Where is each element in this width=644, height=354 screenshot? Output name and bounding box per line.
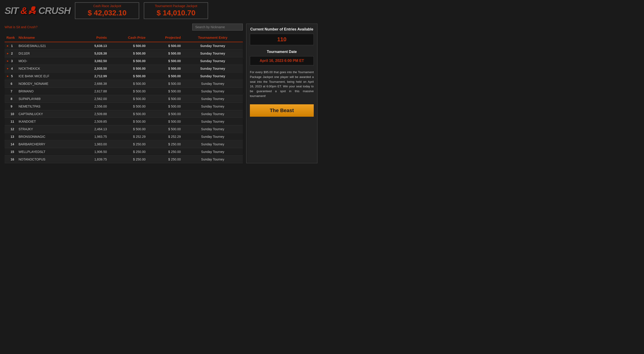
col-rank: Rank xyxy=(4,33,17,42)
tournament-entry-cell: Sunday Tourney xyxy=(182,72,243,80)
projected-cell: $ 500.00 xyxy=(148,95,182,103)
table-row: 6 NOBODY_NONAME 2,688.38 $ 500.00 $ 500.… xyxy=(4,80,243,88)
projected-cell: $ 252.29 xyxy=(148,133,182,141)
points-cell: 3,082.50 xyxy=(79,57,109,65)
nickname-cell: ICE BANK MICE ELF xyxy=(17,72,79,80)
logo-text: SIT &🕱 CRUSH xyxy=(4,6,70,15)
table-row: ►1 BIGGIESMALLS21 5,638.13 $ 500.00 $ 50… xyxy=(4,42,243,50)
projected-cell: $ 250.00 xyxy=(148,141,182,148)
rank-cell: ►1 xyxy=(4,42,17,50)
rank-cell: 12 xyxy=(4,125,17,133)
cash-prize-cell: $ 252.29 xyxy=(109,133,148,141)
tournament-entry-cell: Sunday Tourney xyxy=(182,125,243,133)
table-row: 10 CAPTAINLUCKY 2,509.88 $ 500.00 $ 500.… xyxy=(4,110,243,118)
cash-prize-cell: $ 500.00 xyxy=(109,42,148,50)
tourney-date-value: April 16, 2023 6:00 PM ET xyxy=(260,59,304,63)
col-projected: Projected xyxy=(148,33,182,42)
entries-label: Current Number of Entries Available xyxy=(250,27,314,31)
points-cell: 2,688.38 xyxy=(79,80,109,88)
table-row: ►2 DI11ER 5,028.38 $ 500.00 $ 500.00 Sun… xyxy=(4,50,243,57)
rank-cell: ►5 xyxy=(4,72,17,80)
rank-cell: 8 xyxy=(4,95,17,103)
projected-cell: $ 500.00 xyxy=(148,80,182,88)
header: SIT &🕱 CRUSH Cash Race Jackpot $ 42,032.… xyxy=(0,0,322,21)
search-input[interactable] xyxy=(192,24,243,30)
nickname-cell: BRIMANO xyxy=(17,88,79,95)
cash-race-jackpot-value: $ 42,032.10 xyxy=(82,9,132,17)
tournament-package-jackpot-value: $ 14,010.70 xyxy=(151,9,201,17)
projected-cell: $ 500.00 xyxy=(148,125,182,133)
left-section: What is Sit and Crush? Rank Nickname Poi… xyxy=(4,24,243,163)
points-cell: 2,509.88 xyxy=(79,110,109,118)
table-row: ►3 MOO- 3,082.50 $ 500.00 $ 500.00 Sunda… xyxy=(4,57,243,65)
points-cell: 2,617.88 xyxy=(79,88,109,95)
tournament-entry-cell: Sunday Tourney xyxy=(182,148,243,156)
cash-race-jackpot-box: Cash Race Jackpot $ 42,032.10 xyxy=(75,2,139,19)
points-cell: 2,562.00 xyxy=(79,95,109,103)
points-cell: 2,556.00 xyxy=(79,103,109,110)
arrow-icon: ► xyxy=(6,74,9,78)
points-cell: 5,028.38 xyxy=(79,50,109,57)
points-cell: 1,983.00 xyxy=(79,141,109,148)
nickname-cell: MOO- xyxy=(17,57,79,65)
tournament-package-jackpot-box: Tournament Package Jackpot $ 14,010.70 xyxy=(144,2,208,19)
description-text: For every $95.00 that goes into the Tour… xyxy=(250,70,314,99)
tournament-entry-cell: Sunday Tourney xyxy=(182,50,243,57)
tournament-package-jackpot-label: Tournament Package Jackpot xyxy=(151,4,201,8)
points-cell: 2,935.50 xyxy=(79,65,109,72)
projected-cell: $ 500.00 xyxy=(148,57,182,65)
projected-cell: $ 500.00 xyxy=(148,50,182,57)
tourney-date-box: April 16, 2023 6:00 PM ET xyxy=(250,56,314,65)
rank-cell: 11 xyxy=(4,118,17,125)
tournament-entry-cell: Sunday Tourney xyxy=(182,133,243,141)
cash-prize-cell: $ 500.00 xyxy=(109,65,148,72)
main-content: What is Sit and Crush? Rank Nickname Poi… xyxy=(0,21,322,166)
col-tournament-entry: Tournament Entry xyxy=(182,33,243,42)
cash-prize-cell: $ 500.00 xyxy=(109,118,148,125)
arrow-icon: ► xyxy=(6,67,9,70)
rank-cell: 13 xyxy=(4,133,17,141)
table-row: 15 WELLPLAYEDSLT 1,906.50 $ 250.00 $ 250… xyxy=(4,148,243,156)
table-row: 13 BRONSONMAGIC 1,983.75 $ 252.29 $ 252.… xyxy=(4,133,243,141)
cash-prize-cell: $ 250.00 xyxy=(109,148,148,156)
arrow-icon: ► xyxy=(6,44,9,47)
nickname-cell: BARBARCHERRY xyxy=(17,141,79,148)
tournament-entry-cell: Sunday Tourney xyxy=(182,57,243,65)
tournament-entry-cell: Sunday Tourney xyxy=(182,88,243,95)
projected-cell: $ 500.00 xyxy=(148,110,182,118)
rank-cell: ►2 xyxy=(4,50,17,57)
rank-cell: 7 xyxy=(4,88,17,95)
entries-value: 110 xyxy=(277,36,286,42)
nickname-cell: NEMETILTPAS xyxy=(17,103,79,110)
nickname-cell: NICKTHEKICK xyxy=(17,65,79,72)
projected-cell: $ 500.00 xyxy=(148,65,182,72)
col-points: Points xyxy=(79,33,109,42)
cash-prize-cell: $ 500.00 xyxy=(109,95,148,103)
entries-value-box: 110 xyxy=(250,34,314,45)
rank-cell: 10 xyxy=(4,110,17,118)
points-cell: 2,712.99 xyxy=(79,72,109,80)
nickname-cell: CAPTAINLUCKY xyxy=(17,110,79,118)
table-row: 16 NOTANOCTOPUS 1,839.75 $ 250.00 $ 250.… xyxy=(4,156,243,163)
projected-cell: $ 500.00 xyxy=(148,88,182,95)
nickname-cell: NOBODY_NONAME xyxy=(17,80,79,88)
tourney-date-label: Tournament Date xyxy=(250,50,314,54)
col-nickname: Nickname xyxy=(17,33,79,42)
points-cell: 5,638.13 xyxy=(79,42,109,50)
leaderboard-table: Rank Nickname Points Cash Prize Projecte… xyxy=(4,33,243,163)
beast-button[interactable]: The Beast xyxy=(250,104,314,117)
what-is-link[interactable]: What is Sit and Crush? xyxy=(4,25,38,29)
cash-race-jackpot-label: Cash Race Jackpot xyxy=(82,4,132,8)
tournament-entry-cell: Sunday Tourney xyxy=(182,103,243,110)
points-cell: 1,906.50 xyxy=(79,148,109,156)
nickname-cell: SUPAPLAYA69 xyxy=(17,95,79,103)
projected-cell: $ 250.00 xyxy=(148,148,182,156)
points-cell: 2,509.85 xyxy=(79,118,109,125)
table-row: 9 NEMETILTPAS 2,556.00 $ 500.00 $ 500.00… xyxy=(4,103,243,110)
rank-cell: 16 xyxy=(4,156,17,163)
tournament-entry-cell: Sunday Tourney xyxy=(182,95,243,103)
arrow-icon: ► xyxy=(6,52,9,55)
tournament-entry-cell: Sunday Tourney xyxy=(182,65,243,72)
projected-cell: $ 500.00 xyxy=(148,72,182,80)
cash-prize-cell: $ 500.00 xyxy=(109,110,148,118)
